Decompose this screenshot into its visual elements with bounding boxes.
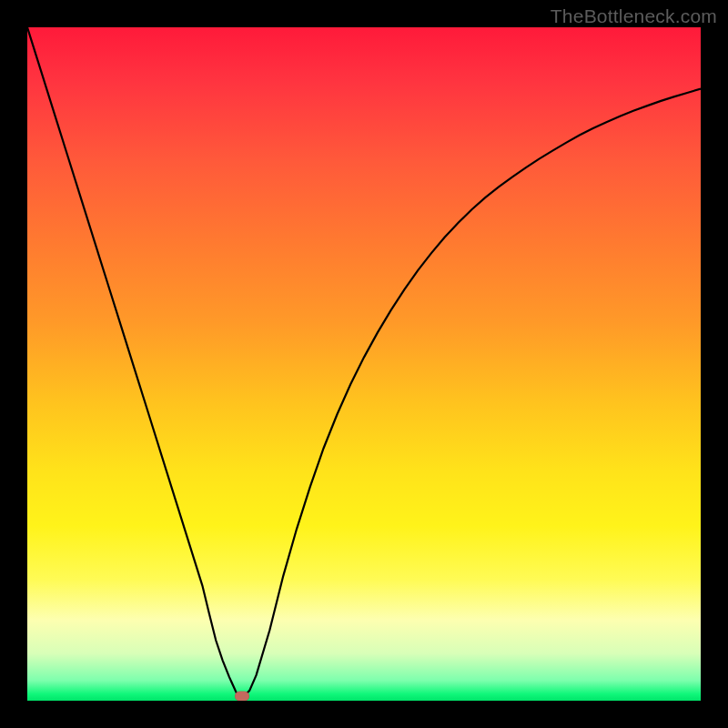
bottleneck-curve-path (27, 27, 701, 697)
chart-frame: TheBottleneck.com (0, 0, 728, 728)
curve-svg (27, 27, 701, 701)
plot-area (27, 27, 701, 701)
optimum-marker (235, 692, 249, 702)
watermark-text: TheBottleneck.com (551, 5, 717, 27)
